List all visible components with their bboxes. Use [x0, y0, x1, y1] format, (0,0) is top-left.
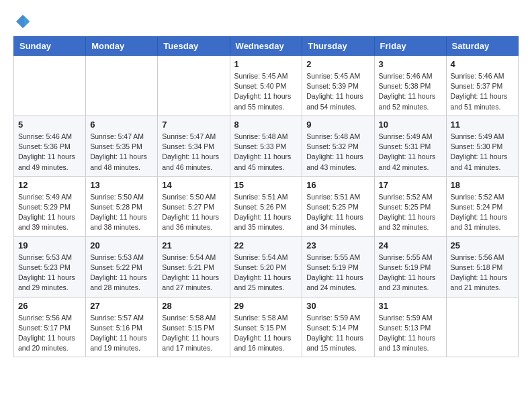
calendar-cell: 5Sunrise: 5:46 AM Sunset: 5:36 PM Daylig…: [14, 116, 86, 176]
day-number: 1: [234, 59, 298, 69]
day-header-saturday: Saturday: [446, 37, 518, 56]
calendar-cell: 25Sunrise: 5:56 AM Sunset: 5:18 PM Dayli…: [446, 236, 518, 297]
day-info: Sunrise: 5:54 AM Sunset: 5:20 PM Dayligh…: [234, 253, 298, 293]
day-info: Sunrise: 5:52 AM Sunset: 5:24 PM Dayligh…: [451, 192, 514, 233]
calendar-cell: 30Sunrise: 5:59 AM Sunset: 5:14 PM Dayli…: [302, 297, 374, 357]
day-header-tuesday: Tuesday: [158, 37, 230, 56]
calendar-week-3: 12Sunrise: 5:49 AM Sunset: 5:29 PM Dayli…: [14, 176, 519, 236]
calendar-cell: [446, 297, 518, 357]
day-info: Sunrise: 5:46 AM Sunset: 5:36 PM Dayligh…: [18, 132, 81, 173]
day-number: 4: [451, 59, 514, 69]
day-number: 29: [234, 301, 298, 311]
calendar-cell: 11Sunrise: 5:49 AM Sunset: 5:30 PM Dayli…: [446, 116, 518, 176]
day-number: 27: [90, 301, 153, 311]
calendar-cell: 19Sunrise: 5:53 AM Sunset: 5:23 PM Dayli…: [14, 236, 86, 297]
calendar-cell: 4Sunrise: 5:46 AM Sunset: 5:37 PM Daylig…: [446, 56, 518, 116]
day-info: Sunrise: 5:45 AM Sunset: 5:39 PM Dayligh…: [306, 71, 369, 112]
day-number: 5: [18, 120, 81, 130]
day-number: 16: [306, 180, 369, 190]
calendar-week-1: 1Sunrise: 5:45 AM Sunset: 5:40 PM Daylig…: [14, 56, 519, 116]
day-number: 9: [306, 120, 369, 130]
day-number: 19: [18, 240, 81, 250]
calendar-cell: 7Sunrise: 5:47 AM Sunset: 5:34 PM Daylig…: [158, 116, 230, 176]
day-number: 23: [306, 240, 369, 250]
calendar-cell: 26Sunrise: 5:56 AM Sunset: 5:17 PM Dayli…: [14, 297, 86, 357]
calendar-cell: 28Sunrise: 5:58 AM Sunset: 5:15 PM Dayli…: [158, 297, 230, 357]
calendar-cell: 14Sunrise: 5:50 AM Sunset: 5:27 PM Dayli…: [158, 176, 230, 236]
calendar-cell: 17Sunrise: 5:52 AM Sunset: 5:25 PM Dayli…: [374, 176, 446, 236]
day-info: Sunrise: 5:53 AM Sunset: 5:22 PM Dayligh…: [90, 253, 153, 293]
day-info: Sunrise: 5:54 AM Sunset: 5:21 PM Dayligh…: [162, 253, 225, 293]
calendar-cell: 1Sunrise: 5:45 AM Sunset: 5:40 PM Daylig…: [230, 56, 302, 116]
day-number: 26: [18, 301, 81, 311]
day-number: 10: [379, 120, 442, 130]
calendar-cell: 23Sunrise: 5:55 AM Sunset: 5:19 PM Dayli…: [302, 236, 374, 297]
calendar-week-2: 5Sunrise: 5:46 AM Sunset: 5:36 PM Daylig…: [14, 116, 519, 176]
day-number: 14: [162, 180, 225, 190]
day-info: Sunrise: 5:45 AM Sunset: 5:40 PM Dayligh…: [234, 71, 298, 112]
day-info: Sunrise: 5:50 AM Sunset: 5:28 PM Dayligh…: [90, 192, 153, 233]
day-info: Sunrise: 5:50 AM Sunset: 5:27 PM Dayligh…: [162, 192, 225, 233]
day-info: Sunrise: 5:51 AM Sunset: 5:26 PM Dayligh…: [234, 192, 298, 233]
calendar-cell: [14, 56, 86, 116]
calendar-week-5: 26Sunrise: 5:56 AM Sunset: 5:17 PM Dayli…: [14, 297, 519, 357]
day-info: Sunrise: 5:55 AM Sunset: 5:19 PM Dayligh…: [306, 253, 369, 293]
calendar-cell: 27Sunrise: 5:57 AM Sunset: 5:16 PM Dayli…: [86, 297, 158, 357]
day-info: Sunrise: 5:49 AM Sunset: 5:31 PM Dayligh…: [379, 132, 442, 173]
day-number: 11: [451, 120, 514, 130]
day-number: 24: [379, 240, 442, 250]
calendar-cell: 21Sunrise: 5:54 AM Sunset: 5:21 PM Dayli…: [158, 236, 230, 297]
day-info: Sunrise: 5:51 AM Sunset: 5:25 PM Dayligh…: [306, 192, 369, 233]
day-info: Sunrise: 5:58 AM Sunset: 5:15 PM Dayligh…: [162, 313, 225, 354]
day-info: Sunrise: 5:52 AM Sunset: 5:25 PM Dayligh…: [379, 192, 442, 233]
day-header-sunday: Sunday: [14, 37, 86, 56]
day-info: Sunrise: 5:56 AM Sunset: 5:17 PM Dayligh…: [18, 313, 81, 354]
day-info: Sunrise: 5:59 AM Sunset: 5:13 PM Dayligh…: [379, 313, 442, 354]
calendar-cell: 15Sunrise: 5:51 AM Sunset: 5:26 PM Dayli…: [230, 176, 302, 236]
day-info: Sunrise: 5:46 AM Sunset: 5:38 PM Dayligh…: [379, 71, 442, 112]
day-info: Sunrise: 5:57 AM Sunset: 5:16 PM Dayligh…: [90, 313, 153, 354]
day-number: 21: [162, 240, 225, 250]
logo-icon: [15, 13, 31, 30]
day-number: 18: [451, 180, 514, 190]
day-header-friday: Friday: [374, 37, 446, 56]
day-number: 31: [379, 301, 442, 311]
calendar-cell: 9Sunrise: 5:48 AM Sunset: 5:32 PM Daylig…: [302, 116, 374, 176]
day-number: 15: [234, 180, 298, 190]
day-info: Sunrise: 5:48 AM Sunset: 5:32 PM Dayligh…: [306, 132, 369, 173]
day-number: 13: [90, 180, 153, 190]
day-info: Sunrise: 5:49 AM Sunset: 5:30 PM Dayligh…: [451, 132, 514, 173]
day-number: 6: [90, 120, 153, 130]
calendar-cell: 16Sunrise: 5:51 AM Sunset: 5:25 PM Dayli…: [302, 176, 374, 236]
calendar-cell: 12Sunrise: 5:49 AM Sunset: 5:29 PM Dayli…: [14, 176, 86, 236]
day-number: 30: [306, 301, 369, 311]
day-number: 25: [451, 240, 514, 250]
day-info: Sunrise: 5:53 AM Sunset: 5:23 PM Dayligh…: [18, 253, 81, 293]
day-header-wednesday: Wednesday: [230, 37, 302, 56]
day-number: 7: [162, 120, 225, 130]
calendar-cell: [86, 56, 158, 116]
calendar-cell: 29Sunrise: 5:58 AM Sunset: 5:15 PM Dayli…: [230, 297, 302, 357]
day-number: 8: [234, 120, 298, 130]
day-info: Sunrise: 5:59 AM Sunset: 5:14 PM Dayligh…: [306, 313, 369, 354]
calendar-week-4: 19Sunrise: 5:53 AM Sunset: 5:23 PM Dayli…: [14, 236, 519, 297]
day-number: 28: [162, 301, 225, 311]
logo: [13, 13, 31, 30]
day-number: 17: [379, 180, 442, 190]
day-number: 20: [90, 240, 153, 250]
day-number: 3: [379, 59, 442, 69]
day-header-thursday: Thursday: [302, 37, 374, 56]
calendar-cell: 13Sunrise: 5:50 AM Sunset: 5:28 PM Dayli…: [86, 176, 158, 236]
day-number: 12: [18, 180, 81, 190]
day-header-monday: Monday: [86, 37, 158, 56]
calendar-cell: 31Sunrise: 5:59 AM Sunset: 5:13 PM Dayli…: [374, 297, 446, 357]
day-info: Sunrise: 5:47 AM Sunset: 5:34 PM Dayligh…: [162, 132, 225, 173]
day-info: Sunrise: 5:55 AM Sunset: 5:19 PM Dayligh…: [379, 253, 442, 293]
calendar-cell: [158, 56, 230, 116]
page-header: [13, 13, 519, 30]
calendar-cell: 3Sunrise: 5:46 AM Sunset: 5:38 PM Daylig…: [374, 56, 446, 116]
calendar-cell: 10Sunrise: 5:49 AM Sunset: 5:31 PM Dayli…: [374, 116, 446, 176]
calendar-cell: 20Sunrise: 5:53 AM Sunset: 5:22 PM Dayli…: [86, 236, 158, 297]
calendar-cell: 6Sunrise: 5:47 AM Sunset: 5:35 PM Daylig…: [86, 116, 158, 176]
calendar-cell: 8Sunrise: 5:48 AM Sunset: 5:33 PM Daylig…: [230, 116, 302, 176]
